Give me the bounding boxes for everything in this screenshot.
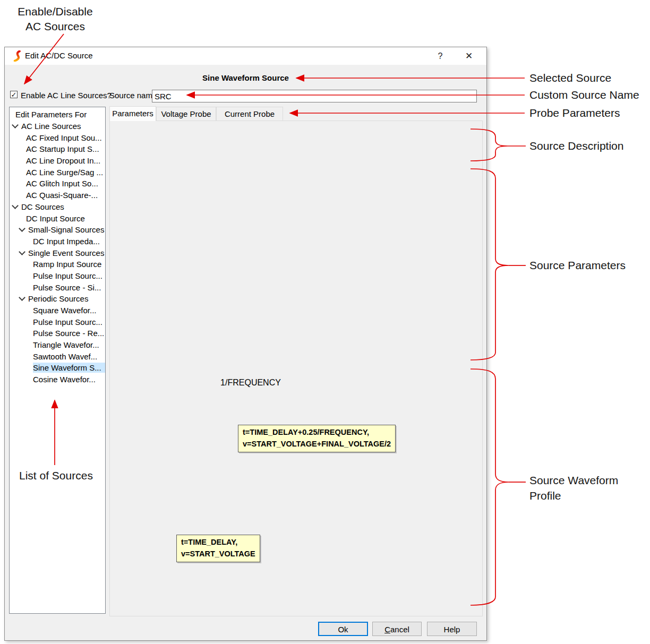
tree-item[interactable]: Pulse Source - Si... <box>10 281 105 293</box>
chevron-down-icon <box>12 202 19 209</box>
tree-item[interactable]: DC Input Impeda... <box>10 236 105 247</box>
tree-item-selected[interactable]: Sine Waveform S... <box>10 362 105 374</box>
tree-item[interactable]: Square Wavefor... <box>10 305 105 316</box>
cancel-button[interactable]: Cancel <box>372 622 422 636</box>
start-callout: t=TIME_DELAY, v=START_VOLTAGE <box>176 535 260 562</box>
selected-source-title: Sine Waveform Source <box>5 73 486 82</box>
tab-voltage-probe[interactable]: Voltage Probe <box>156 107 216 121</box>
chevron-down-icon <box>12 122 19 128</box>
enable-ac-sources-label: Enable AC Line Sources? <box>21 91 112 100</box>
tree-item[interactable]: Cosine Wavefor... <box>10 374 105 385</box>
screenshot-canvas: Edit AC/DC Source ? ✕ Sine Waveform Sour… <box>0 0 650 644</box>
tree-item[interactable]: AC Line Dropout In... <box>10 155 105 167</box>
annotation-source-waveform-line1: Source Waveform <box>529 474 618 487</box>
tab-parameters[interactable]: Parameters <box>109 106 156 121</box>
help-button[interactable]: Help <box>427 622 477 636</box>
peak-callout: t=TIME_DELAY+0.25/FREQUENCY, v=START_VOL… <box>238 425 396 452</box>
tree-item[interactable]: Pulse Source - Re... <box>10 328 105 339</box>
help-titlebar-button[interactable]: ? <box>432 49 448 63</box>
tree-item[interactable]: Pulse Input Sourc... <box>10 316 105 328</box>
chevron-down-icon <box>19 225 25 232</box>
tree-item[interactable]: AC Line Sources <box>10 121 105 132</box>
tree-item[interactable]: AC Startup Input S... <box>10 143 105 155</box>
annotation-selected-source: Selected Source <box>529 72 611 84</box>
chevron-down-icon <box>19 294 25 301</box>
tree-item[interactable]: AC Glitch Input So... <box>10 178 105 190</box>
tree-item[interactable]: DC Input Source <box>10 212 105 224</box>
annotation-source-waveform-line2: Profile <box>529 490 561 502</box>
source-name-input[interactable] <box>152 90 477 102</box>
enable-ac-sources-checkbox[interactable]: ✓ <box>10 91 18 98</box>
tree-item[interactable]: AC Fixed Input Sou... <box>10 132 105 143</box>
tree-item[interactable]: Triangle Wavefor... <box>10 339 105 351</box>
parameters-tab-page <box>109 121 483 616</box>
annotation-source-parameters: Source Parameters <box>529 259 626 272</box>
title-bar[interactable]: Edit AC/DC Source ? ✕ <box>5 47 486 65</box>
source-tree-panel[interactable]: Edit Parameters For AC Line Sources AC F… <box>9 107 106 614</box>
annotation-custom-source-name: Custom Source Name <box>529 89 639 101</box>
tree-item[interactable]: Small-Signal Sources <box>10 224 105 236</box>
tree-item[interactable]: AC Line Surge/Sag ... <box>10 166 105 178</box>
tree-item[interactable]: Periodic Sources <box>10 293 105 305</box>
tree-item[interactable]: Pulse Input Sourc... <box>10 270 105 282</box>
dimension-label: 1/FREQUENCY <box>200 378 301 388</box>
annotation-source-description: Source Description <box>529 140 623 152</box>
tree-item[interactable]: DC Sources <box>10 201 105 213</box>
tab-current-probe[interactable]: Current Probe <box>216 107 283 121</box>
tree-item[interactable]: Sawtooth Wavef... <box>10 350 105 362</box>
chevron-down-icon <box>19 248 25 255</box>
close-button[interactable]: ✕ <box>461 49 477 63</box>
annotation-probe-parameters: Probe Parameters <box>529 107 620 119</box>
tree-item[interactable]: Ramp Input Source <box>10 259 105 270</box>
annotation-enable-disable-line2: AC Sources <box>15 20 96 33</box>
tree-header: Edit Parameters For <box>10 109 105 121</box>
edit-ac-dc-source-dialog: Edit AC/DC Source ? ✕ Sine Waveform Sour… <box>4 47 487 641</box>
source-name-label: Source name <box>109 91 157 100</box>
annotation-enable-disable-line1: Enable/Disable <box>15 5 96 18</box>
tree-item[interactable]: Single Event Sources <box>10 247 105 259</box>
annotation-list-of-sources: List of Sources <box>19 469 93 482</box>
checkmark-icon: ✓ <box>11 91 17 99</box>
ok-button[interactable]: Ok <box>318 622 368 636</box>
window-title: Edit AC/DC Source <box>25 51 93 60</box>
tree-item[interactable]: AC Quasi-Square-... <box>10 190 105 201</box>
app-logo-icon <box>12 50 23 62</box>
